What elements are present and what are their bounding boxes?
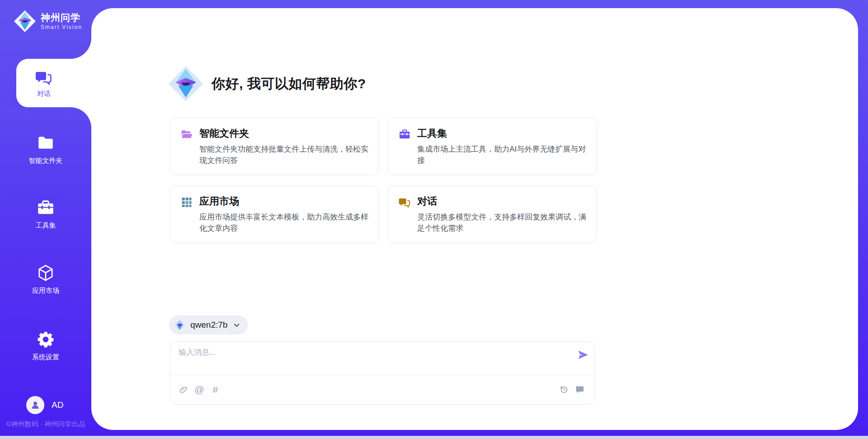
greeting: 你好, 我可以如何帮助你? bbox=[168, 66, 366, 102]
model-name: qwen2:7b bbox=[190, 320, 227, 330]
card-description: 应用市场提供丰富长文本模板，助力高效生成多样化文章内容 bbox=[199, 211, 372, 234]
avatar bbox=[26, 396, 44, 414]
sidebar: 神州问学 Smart Vision 智能文件夹 工具集 bbox=[0, 0, 91, 439]
user-avatar-icon bbox=[30, 400, 41, 410]
hashtag-icon: # bbox=[212, 385, 218, 394]
cube-icon bbox=[36, 263, 55, 282]
app-logo: 神州问学 Smart Vision bbox=[14, 10, 82, 33]
card-description: 集成市场上主流工具，助力AI与外界无缝扩展与对接 bbox=[417, 143, 590, 166]
card-smart-folder[interactable]: 智能文件夹 智能文件夹功能支持批量文件上传与清洗，轻松实现文件问答 bbox=[170, 118, 379, 175]
history-button[interactable] bbox=[558, 383, 570, 395]
folder-icon bbox=[36, 134, 55, 153]
diamond-logo-icon bbox=[14, 10, 36, 33]
attachment-icon bbox=[179, 385, 189, 394]
app-subtitle: Smart Vision bbox=[41, 24, 82, 30]
card-title: 应用市场 bbox=[199, 195, 239, 208]
toolbox-icon bbox=[398, 128, 411, 141]
send-icon bbox=[577, 349, 589, 361]
copyright-text: ©神州数码 · 神州问学出品 bbox=[0, 420, 91, 429]
feedback-button[interactable] bbox=[574, 383, 585, 395]
sidebar-item-settings[interactable]: 系统设置 bbox=[0, 330, 91, 362]
message-composer: @ # bbox=[170, 341, 595, 405]
sidebar-item-app-market[interactable]: 应用市场 bbox=[0, 263, 91, 295]
sidebar-item-label: 系统设置 bbox=[32, 353, 59, 362]
app-title-block: 神州问学 Smart Vision bbox=[41, 12, 82, 30]
sidebar-item-label: 工具集 bbox=[36, 221, 56, 230]
composer-tools-right bbox=[558, 383, 585, 395]
card-description: 智能文件夹功能支持批量文件上传与清洗，轻松实现文件问答 bbox=[199, 143, 372, 166]
card-title: 对话 bbox=[417, 195, 437, 208]
gear-icon bbox=[36, 330, 55, 349]
card-chat[interactable]: 对话 灵活切换多模型文件，支持多样回复效果调试，满足个性化需求 bbox=[388, 186, 597, 243]
mention-button[interactable]: @ bbox=[193, 383, 205, 395]
window-bottom-edge bbox=[0, 436, 868, 439]
diamond-logo-icon bbox=[174, 319, 186, 331]
attach-file-button[interactable] bbox=[178, 383, 189, 395]
sidebar-item-toolset[interactable]: 工具集 bbox=[0, 198, 91, 230]
greeting-title: 你好, 我可以如何帮助你? bbox=[212, 75, 366, 93]
user-initials: AD bbox=[52, 400, 63, 410]
sidebar-item-smart-folder[interactable]: 智能文件夹 bbox=[0, 134, 91, 165]
card-title: 工具集 bbox=[417, 127, 447, 140]
toolbox-icon bbox=[36, 198, 55, 217]
composer-tools-left: @ # bbox=[178, 383, 221, 395]
app-title: 神州问学 bbox=[41, 12, 82, 23]
user-account[interactable]: AD bbox=[26, 396, 63, 414]
card-description: 灵活切换多模型文件，支持多样回复效果调试，满足个性化需求 bbox=[417, 211, 590, 234]
sidebar-item-label: 智能文件夹 bbox=[29, 157, 63, 165]
card-title: 智能文件夹 bbox=[199, 127, 249, 140]
model-selector[interactable]: qwen2:7b bbox=[169, 315, 248, 334]
sidebar-item-label: 应用市场 bbox=[32, 286, 59, 295]
card-toolset[interactable]: 工具集 集成市场上主流工具，助力AI与外界无缝扩展与对接 bbox=[388, 118, 597, 175]
history-icon bbox=[559, 385, 569, 394]
card-app-market[interactable]: 应用市场 应用市场提供丰富长文本模板，助力高效生成多样化文章内容 bbox=[170, 186, 379, 243]
diamond-logo-icon bbox=[168, 66, 204, 102]
grid-icon bbox=[180, 196, 193, 209]
chevron-down-icon[interactable] bbox=[233, 321, 241, 329]
composer-divider bbox=[170, 375, 594, 375]
hashtag-button[interactable]: # bbox=[209, 383, 221, 395]
folder-open-icon bbox=[180, 128, 193, 141]
message-input[interactable] bbox=[179, 347, 563, 371]
mention-icon: @ bbox=[194, 385, 204, 394]
app-root: 对话 神州问学 Smart Vision 智能文件夹 bbox=[0, 0, 868, 439]
chat-icon bbox=[398, 196, 411, 209]
send-button[interactable] bbox=[577, 349, 589, 361]
feedback-icon bbox=[575, 385, 585, 394]
